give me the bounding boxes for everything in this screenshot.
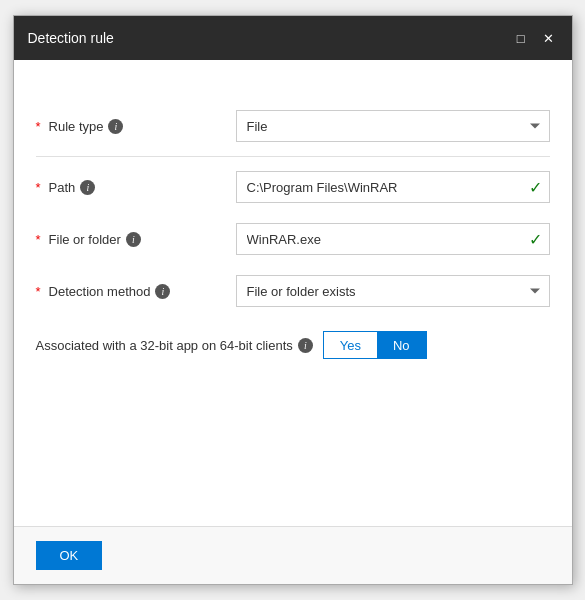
title-bar-controls: □ ✕ [513, 30, 558, 47]
rule-type-group: * Rule type i File Registry MSI Script [36, 100, 550, 152]
yes-button[interactable]: Yes [324, 332, 377, 358]
file-folder-valid-icon: ✓ [529, 230, 542, 249]
required-star: * [36, 119, 41, 134]
file-folder-label-text: File or folder [49, 232, 121, 247]
file-folder-input[interactable] [236, 223, 550, 255]
file-folder-input-wrapper: ✓ [236, 223, 550, 255]
required-star-detection: * [36, 284, 41, 299]
file-folder-label: * File or folder i [36, 232, 236, 247]
file-folder-info-icon: i [126, 232, 141, 247]
close-button[interactable]: ✕ [539, 30, 558, 47]
detection-method-info-icon: i [155, 284, 170, 299]
path-label-text: Path [49, 180, 76, 195]
path-input[interactable] [236, 171, 550, 203]
path-info-icon: i [80, 180, 95, 195]
detection-rule-dialog: Detection rule □ ✕ * Rule type i File Re… [13, 15, 573, 585]
detection-method-group: * Detection method i File or folder exis… [36, 265, 550, 317]
rule-type-info-icon: i [108, 119, 123, 134]
path-group: * Path i ✓ [36, 161, 550, 213]
detection-method-select[interactable]: File or folder exists Date modified Date… [236, 275, 550, 307]
path-label: * Path i [36, 180, 236, 195]
minimize-button[interactable]: □ [513, 30, 529, 47]
dialog-title: Detection rule [28, 30, 114, 46]
associated-32bit-row: Associated with a 32-bit app on 64-bit c… [36, 321, 550, 369]
required-star-file: * [36, 232, 41, 247]
associated-label-text: Associated with a 32-bit app on 64-bit c… [36, 338, 293, 353]
path-valid-icon: ✓ [529, 178, 542, 197]
rule-type-label: * Rule type i [36, 119, 236, 134]
detection-method-label-text: Detection method [49, 284, 151, 299]
title-bar: Detection rule □ ✕ [14, 16, 572, 60]
rule-type-select-wrapper: File Registry MSI Script [236, 110, 550, 142]
no-button[interactable]: No [377, 332, 426, 358]
rule-type-select[interactable]: File Registry MSI Script [236, 110, 550, 142]
ok-button[interactable]: OK [36, 541, 103, 570]
associated-toggle-group: Yes No [323, 331, 427, 359]
required-star-path: * [36, 180, 41, 195]
associated-info-icon: i [298, 338, 313, 353]
path-input-wrapper: ✓ [236, 171, 550, 203]
detection-method-select-wrapper: File or folder exists Date modified Date… [236, 275, 550, 307]
dialog-body: * Rule type i File Registry MSI Script *… [14, 60, 572, 527]
associated-label: Associated with a 32-bit app on 64-bit c… [36, 338, 313, 353]
detection-method-label: * Detection method i [36, 284, 236, 299]
rule-type-label-text: Rule type [49, 119, 104, 134]
file-folder-group: * File or folder i ✓ [36, 213, 550, 265]
divider-1 [36, 156, 550, 157]
dialog-footer: OK [14, 527, 572, 584]
